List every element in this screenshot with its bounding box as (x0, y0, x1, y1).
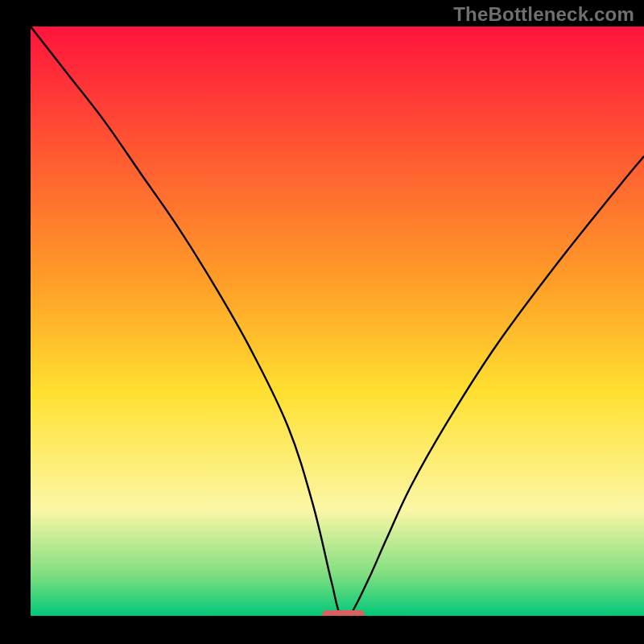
watermark-text: TheBottleneck.com (453, 3, 634, 26)
chart-stage: TheBottleneck.com (0, 0, 644, 644)
gradient-plot-area (31, 27, 644, 616)
bottleneck-chart-svg (0, 0, 644, 644)
